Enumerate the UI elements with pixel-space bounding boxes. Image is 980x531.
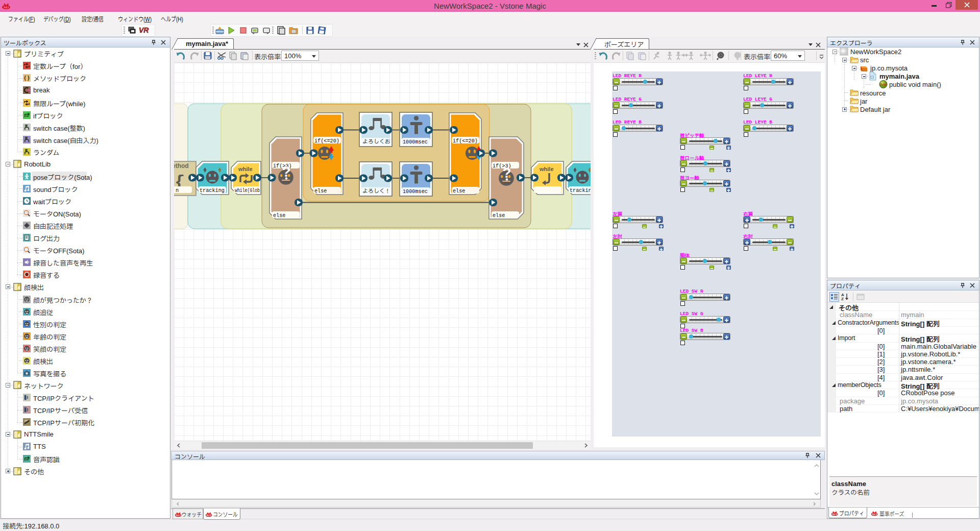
svg-text:M: M xyxy=(872,511,877,516)
svg-text:n: n xyxy=(176,188,179,194)
svg-text:よろしくお: よろしくお xyxy=(362,138,390,145)
svg-text:while: while xyxy=(238,166,253,172)
svg-text:VR: VR xyxy=(139,26,149,34)
svg-text:else: else xyxy=(273,213,285,219)
svg-text:E: E xyxy=(25,148,28,153)
svg-text:E: E xyxy=(25,136,28,141)
svg-text:M: M xyxy=(206,512,212,517)
svg-text:if(<=20): if(<=20) xyxy=(314,138,339,144)
svg-text:tracking: tracking xyxy=(570,188,591,194)
svg-text:よろしく！: よろしく！ xyxy=(362,188,390,195)
svg-text:M: M xyxy=(176,512,181,517)
svg-text:func: func xyxy=(880,83,888,86)
svg-text:E: E xyxy=(25,124,28,129)
svg-text:?: ? xyxy=(503,165,511,181)
svg-text:1000msec: 1000msec xyxy=(403,139,428,145)
svg-text:ethod: ethod xyxy=(174,162,189,170)
svg-text:else: else xyxy=(453,188,465,194)
svg-text:?: ? xyxy=(282,164,291,180)
svg-text:if(<=20): if(<=20) xyxy=(453,138,478,144)
svg-text:while: while xyxy=(539,166,554,172)
svg-text:1000msec: 1000msec xyxy=(403,189,428,195)
svg-text:else: else xyxy=(314,188,327,194)
svg-text:{ }: { } xyxy=(24,76,30,81)
svg-text:M: M xyxy=(832,511,838,516)
svg-text:else: else xyxy=(493,213,505,219)
svg-text:tracking: tracking xyxy=(200,188,225,194)
svg-text:Z: Z xyxy=(841,297,844,301)
svg-text:while(Glob: while(Glob xyxy=(235,188,260,194)
